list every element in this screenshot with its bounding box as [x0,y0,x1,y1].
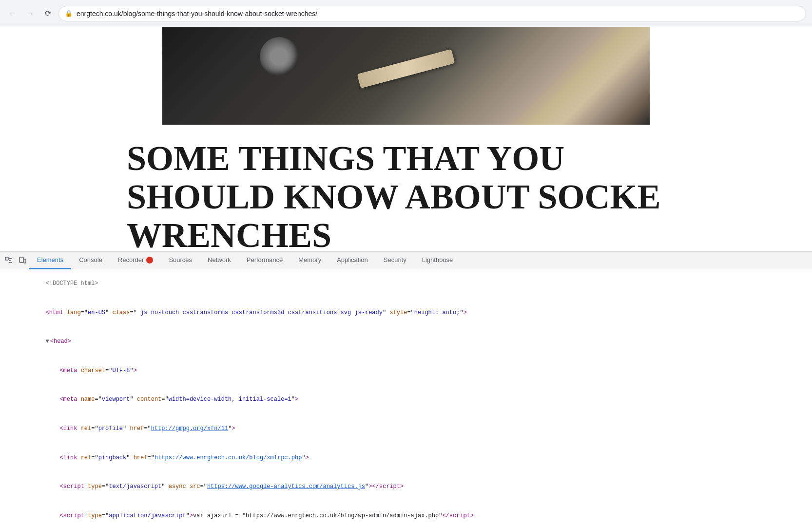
device-toolbar-button[interactable] [16,254,29,267]
tab-elements[interactable]: Elements [29,252,71,269]
lock-icon: 🔒 [65,10,73,17]
devtools-tabs: Elements Console Recorder Sources Networ… [0,252,812,269]
browser-chrome: ← → ⟳ 🔒 enrgtech.co.uk/blog/some-things-… [0,0,812,27]
recorder-dot-icon [146,257,153,263]
code-line-link-profile: <link rel="profile" href="http://gmpg.or… [0,414,812,444]
page-heading: SOME THINGS THAT YOU SHOULD KNOW ABOUT S… [127,139,685,251]
code-line-head: ▼<head> [0,327,812,357]
inspect-element-button[interactable] [2,254,16,267]
code-line-doctype: <!DOCTYPE html> [0,269,812,299]
forward-button[interactable]: → [23,7,37,20]
url-text: enrgtech.co.uk/blog/some-things-that-you… [77,10,317,18]
tab-performance[interactable]: Performance [239,252,290,269]
code-line-meta-viewport: <meta name="viewport" content="width=dev… [0,385,812,414]
tab-network[interactable]: Network [200,252,239,269]
devtools-content[interactable]: <!DOCTYPE html> <html lang="en-US" class… [0,269,812,526]
code-line-script-ajaxurl: <script type="application/javascript">va… [0,502,812,526]
svg-rect-2 [24,259,26,263]
devtools-panel: Elements Console Recorder Sources Networ… [0,251,812,526]
code-line-meta-charset: <meta charset="UTF-8"> [0,357,812,386]
code-line-link-pingback: <link rel="pingback" href="https://www.e… [0,443,812,472]
code-line-script-analytics: <script type="text/javascript" async src… [0,472,812,502]
reload-button[interactable]: ⟳ [41,7,55,20]
svg-point-3 [21,262,22,263]
tab-console[interactable]: Console [71,252,110,269]
address-bar[interactable]: 🔒 enrgtech.co.uk/blog/some-things-that-y… [58,6,806,21]
svg-rect-0 [5,257,8,260]
tab-lighthouse[interactable]: Lighthouse [414,252,461,269]
tab-security[interactable]: Security [376,252,414,269]
tab-memory[interactable]: Memory [290,252,329,269]
code-line-html: <html lang="en-US" class=" js no-touch c… [0,299,812,328]
page-content: SOME THINGS THAT YOU SHOULD KNOW ABOUT S… [0,27,812,251]
page-title-area: SOME THINGS THAT YOU SHOULD KNOW ABOUT S… [0,125,812,251]
tab-sources[interactable]: Sources [161,252,200,269]
tab-recorder[interactable]: Recorder [110,252,161,269]
back-button[interactable]: ← [6,7,19,20]
hero-image [162,27,650,125]
tab-application[interactable]: Application [329,252,376,269]
